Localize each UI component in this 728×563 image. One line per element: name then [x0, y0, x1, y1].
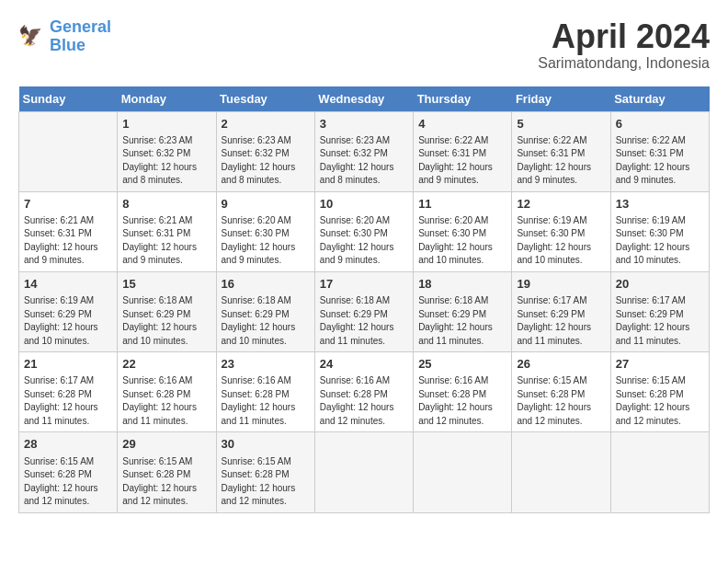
- day-number: 26: [517, 356, 605, 373]
- day-info: Sunrise: 6:19 AM Sunset: 6:29 PM Dayligh…: [24, 294, 112, 348]
- day-info: Sunrise: 6:15 AM Sunset: 6:28 PM Dayligh…: [616, 374, 704, 428]
- calendar-week-row: 21Sunrise: 6:17 AM Sunset: 6:28 PM Dayli…: [19, 352, 710, 432]
- day-info: Sunrise: 6:22 AM Sunset: 6:31 PM Dayligh…: [418, 134, 506, 188]
- day-info: Sunrise: 6:18 AM Sunset: 6:29 PM Dayligh…: [122, 294, 210, 348]
- month-title: April 2024: [538, 18, 710, 55]
- day-info: Sunrise: 6:22 AM Sunset: 6:31 PM Dayligh…: [517, 134, 605, 188]
- calendar-cell: 13Sunrise: 6:19 AM Sunset: 6:30 PM Dayli…: [610, 191, 709, 271]
- day-info: Sunrise: 6:16 AM Sunset: 6:28 PM Dayligh…: [418, 374, 506, 428]
- day-number: 7: [24, 196, 112, 213]
- day-info: Sunrise: 6:16 AM Sunset: 6:28 PM Dayligh…: [122, 374, 210, 428]
- day-number: 11: [418, 196, 506, 213]
- day-info: Sunrise: 6:20 AM Sunset: 6:30 PM Dayligh…: [320, 214, 408, 268]
- day-info: Sunrise: 6:19 AM Sunset: 6:30 PM Dayligh…: [517, 214, 605, 268]
- logo-text: GeneralBlue: [50, 18, 111, 55]
- calendar-cell: 5Sunrise: 6:22 AM Sunset: 6:31 PM Daylig…: [512, 111, 610, 191]
- day-info: Sunrise: 6:15 AM Sunset: 6:28 PM Dayligh…: [122, 455, 210, 509]
- day-number: 23: [222, 356, 310, 373]
- day-number: 3: [320, 116, 408, 132]
- calendar-cell: 24Sunrise: 6:16 AM Sunset: 6:28 PM Dayli…: [314, 352, 413, 432]
- calendar-cell: 11Sunrise: 6:20 AM Sunset: 6:30 PM Dayli…: [414, 191, 512, 271]
- header-day-wednesday: Wednesday: [314, 86, 413, 112]
- calendar-cell: [314, 432, 413, 512]
- day-info: Sunrise: 6:21 AM Sunset: 6:31 PM Dayligh…: [24, 214, 112, 268]
- calendar-cell: 18Sunrise: 6:18 AM Sunset: 6:29 PM Dayli…: [414, 271, 512, 351]
- day-info: Sunrise: 6:17 AM Sunset: 6:28 PM Dayligh…: [24, 374, 112, 428]
- calendar-cell: 21Sunrise: 6:17 AM Sunset: 6:28 PM Dayli…: [19, 352, 118, 432]
- day-info: Sunrise: 6:18 AM Sunset: 6:29 PM Dayligh…: [418, 294, 506, 348]
- day-number: 17: [320, 276, 408, 293]
- day-number: 21: [24, 356, 112, 373]
- calendar-week-row: 7Sunrise: 6:21 AM Sunset: 6:31 PM Daylig…: [19, 191, 710, 271]
- day-info: Sunrise: 6:23 AM Sunset: 6:32 PM Dayligh…: [320, 134, 408, 188]
- day-number: 9: [222, 196, 310, 213]
- day-info: Sunrise: 6:17 AM Sunset: 6:29 PM Dayligh…: [616, 294, 704, 348]
- title-block: April 2024 Sarimatondang, Indonesia: [538, 18, 710, 72]
- day-number: 12: [517, 196, 605, 213]
- calendar-cell: 15Sunrise: 6:18 AM Sunset: 6:29 PM Dayli…: [118, 271, 216, 351]
- day-number: 8: [122, 196, 210, 213]
- calendar-cell: 12Sunrise: 6:19 AM Sunset: 6:30 PM Dayli…: [512, 191, 610, 271]
- day-info: Sunrise: 6:20 AM Sunset: 6:30 PM Dayligh…: [418, 214, 506, 268]
- header-day-thursday: Thursday: [414, 86, 512, 112]
- calendar-week-row: 28Sunrise: 6:15 AM Sunset: 6:28 PM Dayli…: [19, 432, 710, 512]
- day-number: 29: [122, 436, 210, 453]
- calendar-cell: 20Sunrise: 6:17 AM Sunset: 6:29 PM Dayli…: [610, 271, 709, 351]
- day-info: Sunrise: 6:15 AM Sunset: 6:28 PM Dayligh…: [222, 455, 310, 509]
- calendar-cell: 22Sunrise: 6:16 AM Sunset: 6:28 PM Dayli…: [118, 352, 216, 432]
- calendar-cell: 29Sunrise: 6:15 AM Sunset: 6:28 PM Dayli…: [118, 432, 216, 512]
- calendar-cell: [610, 432, 709, 512]
- day-info: Sunrise: 6:18 AM Sunset: 6:29 PM Dayligh…: [222, 294, 310, 348]
- day-number: 16: [222, 276, 310, 293]
- location-subtitle: Sarimatondang, Indonesia: [538, 55, 710, 72]
- calendar-cell: 9Sunrise: 6:20 AM Sunset: 6:30 PM Daylig…: [216, 191, 314, 271]
- day-number: 30: [222, 436, 310, 453]
- calendar-cell: 19Sunrise: 6:17 AM Sunset: 6:29 PM Dayli…: [512, 271, 610, 351]
- day-info: Sunrise: 6:23 AM Sunset: 6:32 PM Dayligh…: [122, 134, 210, 188]
- day-number: 14: [24, 276, 112, 293]
- day-info: Sunrise: 6:22 AM Sunset: 6:31 PM Dayligh…: [616, 134, 704, 188]
- calendar-cell: 14Sunrise: 6:19 AM Sunset: 6:29 PM Dayli…: [19, 271, 118, 351]
- calendar-header-row: SundayMondayTuesdayWednesdayThursdayFrid…: [19, 86, 710, 112]
- day-number: 18: [418, 276, 506, 293]
- day-info: Sunrise: 6:16 AM Sunset: 6:28 PM Dayligh…: [320, 374, 408, 428]
- day-info: Sunrise: 6:16 AM Sunset: 6:28 PM Dayligh…: [222, 374, 310, 428]
- calendar-week-row: 14Sunrise: 6:19 AM Sunset: 6:29 PM Dayli…: [19, 271, 710, 351]
- calendar-cell: 17Sunrise: 6:18 AM Sunset: 6:29 PM Dayli…: [314, 271, 413, 351]
- calendar-cell: 10Sunrise: 6:20 AM Sunset: 6:30 PM Dayli…: [314, 191, 413, 271]
- header-day-saturday: Saturday: [610, 86, 709, 112]
- day-number: 28: [24, 436, 112, 453]
- calendar-cell: 4Sunrise: 6:22 AM Sunset: 6:31 PM Daylig…: [414, 111, 512, 191]
- header-day-tuesday: Tuesday: [216, 86, 314, 112]
- day-info: Sunrise: 6:19 AM Sunset: 6:30 PM Dayligh…: [616, 214, 704, 268]
- calendar-cell: [414, 432, 512, 512]
- calendar-cell: [19, 111, 118, 191]
- logo-icon: 🦅: [18, 23, 46, 51]
- day-number: 6: [616, 116, 704, 132]
- day-info: Sunrise: 6:15 AM Sunset: 6:28 PM Dayligh…: [24, 455, 112, 509]
- calendar-cell: [512, 432, 610, 512]
- page-header: 🦅 GeneralBlue April 2024 Sarimatondang, …: [18, 18, 710, 72]
- day-number: 5: [517, 116, 605, 132]
- calendar-cell: 1Sunrise: 6:23 AM Sunset: 6:32 PM Daylig…: [118, 111, 216, 191]
- logo: 🦅 GeneralBlue: [18, 18, 111, 55]
- day-number: 27: [616, 356, 704, 373]
- calendar-cell: 25Sunrise: 6:16 AM Sunset: 6:28 PM Dayli…: [414, 352, 512, 432]
- calendar-cell: 28Sunrise: 6:15 AM Sunset: 6:28 PM Dayli…: [19, 432, 118, 512]
- day-info: Sunrise: 6:21 AM Sunset: 6:31 PM Dayligh…: [122, 214, 210, 268]
- calendar-cell: 30Sunrise: 6:15 AM Sunset: 6:28 PM Dayli…: [216, 432, 314, 512]
- day-number: 22: [122, 356, 210, 373]
- day-number: 4: [418, 116, 506, 132]
- calendar-table: SundayMondayTuesdayWednesdayThursdayFrid…: [18, 86, 710, 513]
- calendar-cell: 26Sunrise: 6:15 AM Sunset: 6:28 PM Dayli…: [512, 352, 610, 432]
- calendar-cell: 2Sunrise: 6:23 AM Sunset: 6:32 PM Daylig…: [216, 111, 314, 191]
- svg-text:🦅: 🦅: [18, 24, 43, 48]
- day-info: Sunrise: 6:23 AM Sunset: 6:32 PM Dayligh…: [222, 134, 310, 188]
- header-day-sunday: Sunday: [19, 86, 118, 112]
- day-number: 13: [616, 196, 704, 213]
- day-info: Sunrise: 6:20 AM Sunset: 6:30 PM Dayligh…: [222, 214, 310, 268]
- calendar-cell: 16Sunrise: 6:18 AM Sunset: 6:29 PM Dayli…: [216, 271, 314, 351]
- day-number: 2: [222, 116, 310, 132]
- calendar-cell: 23Sunrise: 6:16 AM Sunset: 6:28 PM Dayli…: [216, 352, 314, 432]
- day-number: 25: [418, 356, 506, 373]
